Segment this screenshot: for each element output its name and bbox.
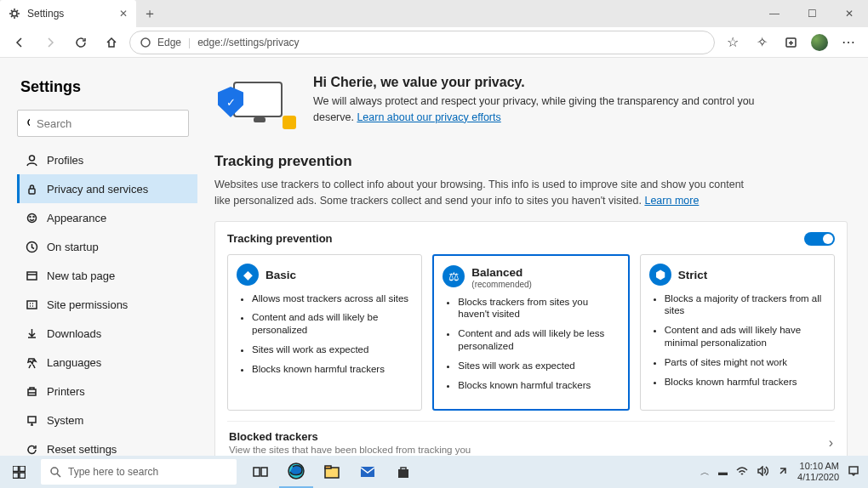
window-minimize-button[interactable]: ― xyxy=(756,0,793,27)
sidebar-item-appearance[interactable]: Appearance xyxy=(17,203,197,232)
level-name: Strict xyxy=(678,269,708,281)
sidebar-item-label: Site permissions xyxy=(47,298,128,311)
tracking-card-label: Tracking prevention xyxy=(227,232,333,245)
tracking-learn-more-link[interactable]: Learn more xyxy=(644,195,699,207)
privacy-hero-body: We will always protect and respect your … xyxy=(313,94,773,126)
svg-rect-11 xyxy=(27,301,37,309)
level-bullet: Content and ads will likely have minimal… xyxy=(665,324,825,349)
sidebar-icon xyxy=(26,327,38,340)
sidebar-item-privacy-and-services[interactable]: Privacy and services xyxy=(17,174,197,203)
svg-rect-24 xyxy=(325,468,339,478)
svg-rect-25 xyxy=(325,466,331,468)
svg-point-1 xyxy=(141,38,150,47)
search-input[interactable] xyxy=(37,117,180,130)
level-sub: (recommended) xyxy=(471,280,532,289)
sidebar-icon xyxy=(26,212,38,224)
tab-close-icon[interactable]: ✕ xyxy=(119,8,128,20)
sidebar-icon xyxy=(26,385,38,398)
more-button[interactable]: ⋯ xyxy=(836,30,861,55)
edge-icon xyxy=(140,37,151,48)
address-prefix: Edge xyxy=(157,37,181,48)
sidebar-item-reset-settings[interactable]: Reset settings xyxy=(17,434,197,456)
svg-rect-27 xyxy=(398,469,408,478)
blocked-trackers-row[interactable]: Blocked trackers View the sites that hav… xyxy=(227,421,835,456)
refresh-button[interactable] xyxy=(68,30,94,55)
tracking-prevention-card: Tracking prevention ◆BasicAllows most tr… xyxy=(214,221,848,457)
sidebar-item-languages[interactable]: Languages xyxy=(17,348,197,377)
back-button[interactable] xyxy=(7,30,32,55)
sidebar-item-profiles[interactable]: Profiles xyxy=(17,145,197,174)
window-maximize-button[interactable]: ☐ xyxy=(793,0,831,27)
tray-input-icon[interactable] xyxy=(777,465,789,479)
window-close-button[interactable]: ✕ xyxy=(831,0,868,27)
level-bullet: Content and ads will likely be less pers… xyxy=(458,327,619,353)
tray-chevron-icon[interactable]: ︿ xyxy=(700,466,710,479)
address-bar[interactable]: Edge | edge://settings/privacy xyxy=(129,31,715,54)
level-name: Balanced xyxy=(471,266,523,279)
level-icon: ◆ xyxy=(237,264,259,286)
tracking-prevention-desc: Websites use trackers to collect info ab… xyxy=(214,177,759,209)
home-button[interactable] xyxy=(99,30,124,55)
tracking-level-strict[interactable]: ⬢StrictBlocks a majority of trackers fro… xyxy=(640,254,835,411)
taskbar-search[interactable]: Type here to search xyxy=(41,459,237,485)
svg-rect-19 xyxy=(20,473,26,479)
favorites-bar-button[interactable]: ✧ xyxy=(749,30,774,55)
sidebar-item-downloads[interactable]: Downloads xyxy=(17,319,197,348)
taskbar-explorer-icon[interactable] xyxy=(315,456,349,488)
start-button[interactable] xyxy=(0,466,37,479)
tracking-toggle[interactable] xyxy=(804,232,835,246)
titlebar: Settings ✕ ＋ ― ☐ ✕ xyxy=(0,0,868,27)
taskbar-mail-icon[interactable] xyxy=(351,456,385,488)
sidebar-item-site-permissions[interactable]: Site permissions xyxy=(17,290,197,319)
chevron-right-icon: › xyxy=(829,435,833,451)
address-url: edge://settings/privacy xyxy=(197,37,299,48)
level-name: Basic xyxy=(266,269,296,281)
svg-point-3 xyxy=(28,119,30,126)
taskbar: Type here to search ︿ ▬ 10:10 AM 4/11/20… xyxy=(0,456,868,488)
level-bullet: Parts of sites might not work xyxy=(665,356,825,369)
tracking-level-basic[interactable]: ◆BasicAllows most trackers across all si… xyxy=(227,254,422,411)
level-bullet: Content and ads will likely be personali… xyxy=(252,311,413,337)
level-bullet: Sites will work as expected xyxy=(252,343,413,356)
svg-point-0 xyxy=(12,11,17,16)
windows-icon xyxy=(13,466,26,479)
blocked-trackers-sub: View the sites that have been blocked fr… xyxy=(229,445,471,455)
level-bullet: Blocks trackers from sites you haven't v… xyxy=(458,296,619,321)
sidebar-icon xyxy=(26,241,38,253)
profile-avatar[interactable] xyxy=(807,30,832,55)
search-icon xyxy=(26,117,30,129)
level-icon: ⬢ xyxy=(649,264,671,286)
taskbar-store-icon[interactable] xyxy=(386,456,420,488)
svg-rect-10 xyxy=(27,272,37,280)
sidebar-item-label: Downloads xyxy=(47,327,101,340)
level-bullet: Blocks known harmful trackers xyxy=(665,376,825,389)
tray-wifi-icon[interactable] xyxy=(736,466,748,478)
tray-sound-icon[interactable] xyxy=(757,466,768,478)
sidebar-icon xyxy=(26,270,38,282)
svg-rect-16 xyxy=(13,466,19,472)
collections-button[interactable] xyxy=(778,30,803,55)
sidebar-icon xyxy=(26,414,38,427)
sidebar-item-new-tab-page[interactable]: New tab page xyxy=(17,261,197,290)
settings-search[interactable] xyxy=(17,110,189,137)
favorite-button[interactable]: ☆ xyxy=(720,30,745,55)
browser-tab[interactable]: Settings ✕ xyxy=(0,0,136,27)
level-bullet: Blocks a majority of trackers from all s… xyxy=(665,292,825,318)
tracking-level-balanced[interactable]: ⚖Balanced(recommended)Blocks trackers fr… xyxy=(432,254,629,411)
tray-clock[interactable]: 10:10 AM 4/11/2020 xyxy=(797,461,839,482)
taskbar-edge-icon[interactable] xyxy=(279,456,313,488)
sidebar-item-on-startup[interactable]: On startup xyxy=(17,232,197,261)
sidebar-item-printers[interactable]: Printers xyxy=(17,377,197,406)
tray-battery-icon[interactable]: ▬ xyxy=(718,467,728,477)
browser-toolbar: Edge | edge://settings/privacy ☆ ✧ ⋯ xyxy=(0,27,868,58)
sidebar-item-label: New tab page xyxy=(47,270,115,282)
new-tab-button[interactable]: ＋ xyxy=(136,0,163,27)
privacy-efforts-link[interactable]: Learn about our privacy efforts xyxy=(357,111,500,123)
svg-rect-26 xyxy=(361,467,374,477)
task-view-button[interactable] xyxy=(243,456,277,488)
sidebar-icon xyxy=(26,443,38,456)
blocked-trackers-title: Blocked trackers xyxy=(229,430,471,443)
sidebar-icon xyxy=(26,298,38,311)
tray-notifications-icon[interactable] xyxy=(848,465,859,479)
sidebar-item-system[interactable]: System xyxy=(17,406,197,434)
